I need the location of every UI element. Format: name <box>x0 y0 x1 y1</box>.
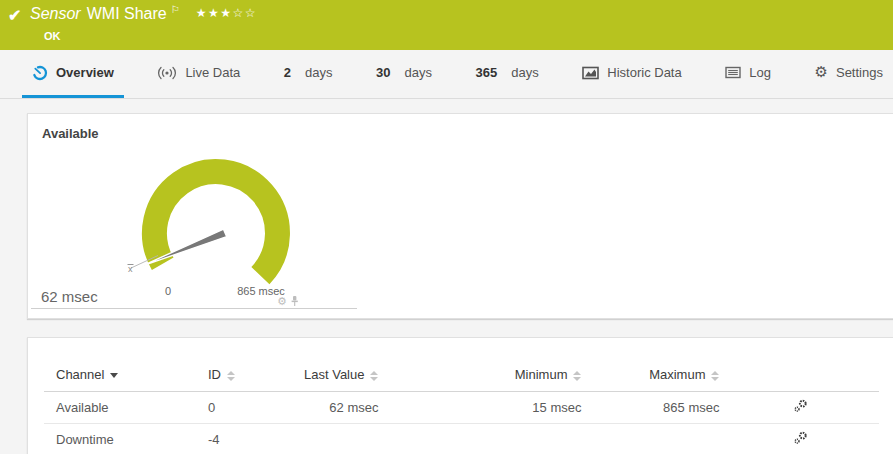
table-header-row: Channel ID Last Value Minimum Maximum <box>44 362 879 392</box>
cell-actions <box>719 424 879 454</box>
gauge-current-value: 62 msec <box>41 288 98 305</box>
tab-live-data[interactable]: Live Data <box>147 50 250 98</box>
tab-historic-data[interactable]: Historic Data <box>572 50 691 98</box>
column-header-actions <box>719 362 879 392</box>
cell-last-value: 62 msec <box>304 392 378 424</box>
gauge-icon <box>32 65 48 81</box>
pin-icon[interactable] <box>290 295 299 307</box>
tab-overview-label: Overview <box>56 65 114 80</box>
tab-log[interactable]: Log <box>715 50 781 98</box>
tab-bar: Overview Live Data 2 days 30 days 365 da… <box>0 50 893 99</box>
tab-2-days-label: days <box>305 65 332 80</box>
cell-minimum: 15 msec <box>378 392 581 424</box>
tab-live-data-label: Live Data <box>185 65 240 80</box>
gauge-chart: x <box>28 114 388 314</box>
sort-icon <box>711 371 719 381</box>
stars-filled: ★★★ <box>196 6 233 20</box>
sensor-kind-label: Sensor <box>30 5 81 22</box>
sort-icon <box>573 371 581 381</box>
channel-settings-button[interactable] <box>793 399 808 413</box>
tab-365-days[interactable]: 365 days <box>466 50 549 98</box>
gauge-arc <box>154 172 277 276</box>
tab-settings[interactable]: ⚙ Settings <box>805 50 893 98</box>
channel-gears-icon <box>793 431 808 445</box>
column-header-last-value[interactable]: Last Value <box>304 362 378 392</box>
flag-icon[interactable]: ⚐ <box>171 4 180 15</box>
status-badge: OK <box>44 30 61 42</box>
cell-minimum <box>378 424 581 454</box>
gauge-mean-symbol: x <box>128 264 133 274</box>
tab-settings-label: Settings <box>836 65 883 80</box>
sort-desc-icon <box>110 373 118 378</box>
cell-maximum <box>581 424 719 454</box>
cell-actions <box>719 392 879 424</box>
tab-2-days[interactable]: 2 days <box>274 50 343 98</box>
cell-channel: Available <box>44 392 208 424</box>
channel-settings-button[interactable] <box>793 431 808 445</box>
status-check-icon: ✔ <box>8 6 21 25</box>
table-row[interactable]: Downtime -4 <box>44 424 879 454</box>
tab-30-days-number: 30 <box>376 65 390 80</box>
tab-log-label: Log <box>749 65 771 80</box>
column-header-minimum[interactable]: Minimum <box>378 362 581 392</box>
cell-id: -4 <box>208 424 304 454</box>
sort-icon <box>227 371 235 381</box>
table-row[interactable]: Available 0 62 msec 15 msec 865 msec <box>44 392 879 424</box>
column-header-channel[interactable]: Channel <box>44 362 208 392</box>
gauge-scale-min: 0 <box>153 285 183 297</box>
sort-icon <box>370 371 378 381</box>
widget-footer-icons: ⚙ <box>277 295 299 307</box>
tab-historic-data-label: Historic Data <box>607 65 681 80</box>
column-header-maximum[interactable]: Maximum <box>581 362 719 392</box>
widget-gear-icon[interactable]: ⚙ <box>277 296 287 307</box>
stars-empty: ☆☆ <box>232 6 257 20</box>
channel-table: Channel ID Last Value Minimum Maximum Av… <box>44 362 879 454</box>
gauge-panel: Available x 0 865 msec 62 msec ⚙ <box>27 113 893 319</box>
sensor-header: ✔ SensorWMI Share⚐★★★☆☆ OK <box>0 0 893 50</box>
column-header-id[interactable]: ID <box>208 362 304 392</box>
tab-365-days-number: 365 <box>476 65 498 80</box>
cell-channel: Downtime <box>44 424 208 454</box>
cell-maximum: 865 msec <box>581 392 719 424</box>
sensor-name: WMI Share <box>87 5 167 22</box>
tab-30-days[interactable]: 30 days <box>366 50 442 98</box>
log-list-icon <box>725 66 741 79</box>
cell-last-value <box>304 424 378 454</box>
tab-30-days-label: days <box>405 65 432 80</box>
area-chart-icon <box>582 66 599 80</box>
sensor-title: SensorWMI Share⚐★★★☆☆ <box>30 5 257 23</box>
broadcast-icon <box>157 66 177 80</box>
cell-id: 0 <box>208 392 304 424</box>
tab-overview[interactable]: Overview <box>22 50 124 98</box>
channel-gears-icon <box>793 399 808 413</box>
channel-table-panel: Channel ID Last Value Minimum Maximum Av… <box>27 337 893 454</box>
gear-icon: ⚙ <box>815 65 828 80</box>
tab-365-days-label: days <box>511 65 538 80</box>
priority-stars[interactable]: ★★★☆☆ <box>196 6 257 20</box>
tab-2-days-number: 2 <box>284 65 291 80</box>
widget-footer-divider <box>31 308 357 309</box>
